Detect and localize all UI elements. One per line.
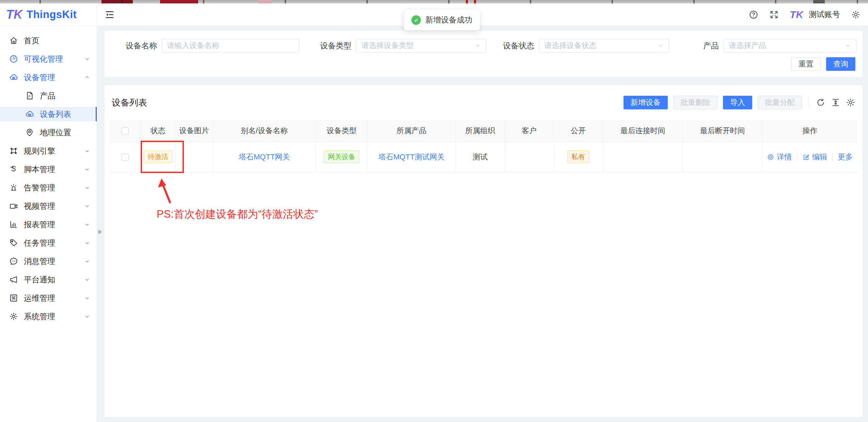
- column-height-icon: [831, 98, 840, 107]
- sidebar-item-message[interactable]: 消息管理: [0, 254, 97, 268]
- device-table: 状态 设备图片 别名/设备名称 设备类型 所属产品 所属组织 客户 公开 最后连…: [110, 120, 857, 172]
- action-divider: [832, 153, 833, 161]
- search-button[interactable]: 查询: [826, 57, 855, 71]
- cell-last-connect: [603, 142, 683, 172]
- chevron-down-icon: [84, 166, 91, 173]
- menu-fold-button[interactable]: [105, 10, 115, 20]
- annotation-arrow: [154, 177, 178, 206]
- filter-product: 产品 请选择产品: [703, 39, 856, 52]
- toolbar-divider: [809, 97, 809, 108]
- wallpaper-fragment: [813, 0, 825, 3]
- detail-link[interactable]: 详情: [767, 152, 792, 162]
- column-header-actions: 操作: [762, 120, 857, 142]
- column-height-button[interactable]: [831, 98, 840, 107]
- column-header-product: 所属产品: [367, 120, 455, 142]
- sidebar-item-label: 系统管理: [24, 311, 84, 322]
- batch-assign-button[interactable]: 批量分配: [758, 96, 802, 109]
- product-link[interactable]: 塔石MQTT测试网关: [378, 153, 444, 161]
- add-device-button[interactable]: 新增设备: [624, 96, 668, 109]
- detail-icon: [767, 153, 774, 161]
- dashboard-icon: [9, 54, 18, 63]
- chevron-down-icon: [84, 239, 91, 246]
- chevron-down-icon: [84, 258, 91, 265]
- avatar: TK: [790, 9, 805, 21]
- toast-message: 新增设备成功: [425, 15, 472, 25]
- device-status-select[interactable]: 请选择设备状态: [539, 39, 669, 52]
- sidebar-item-platform-notice[interactable]: 平台通知: [0, 272, 97, 287]
- help-button[interactable]: [749, 10, 758, 19]
- column-header-status: 状态: [141, 120, 175, 142]
- row-actions: 详情 编辑 更多: [762, 152, 857, 162]
- location-pin-icon: [25, 128, 34, 137]
- annotation-rect: [141, 141, 184, 173]
- sidebar-item-task[interactable]: 任务管理: [0, 236, 97, 250]
- message-bubble-icon: [9, 257, 18, 266]
- sidebar-item-product[interactable]: P 产品: [0, 89, 97, 103]
- device-name-input[interactable]: [162, 39, 299, 52]
- sidebar-item-ops[interactable]: ⌘ 运维管理: [0, 291, 97, 305]
- column-header-public: 公开: [554, 120, 603, 142]
- sidebar-item-video[interactable]: 视频管理: [0, 199, 97, 213]
- device-name-label: 设备名称: [126, 41, 157, 51]
- column-header-name: 别名/设备名称: [213, 120, 316, 142]
- svg-text:P: P: [28, 94, 31, 98]
- device-cloud-icon: [25, 110, 34, 119]
- sidebar-item-system[interactable]: 系统管理: [0, 309, 97, 324]
- sidebar-item-geolocation[interactable]: 地理位置: [0, 125, 97, 140]
- filter-device-name: 设备名称: [126, 39, 299, 52]
- visibility-badge: 私有: [567, 151, 589, 163]
- device-status-label: 设备状态: [503, 41, 534, 51]
- table-toolbar: 新增设备 批量删除 导入 批量分配: [624, 96, 855, 109]
- select-all-checkbox[interactable]: [122, 127, 129, 135]
- sidebar-item-label: 可视化管理: [24, 54, 84, 64]
- edit-link[interactable]: 编辑: [802, 152, 827, 162]
- wallpaper-fragment: [466, 0, 468, 3]
- refresh-button[interactable]: [816, 98, 825, 107]
- sidebar-menu: 首页 可视化管理 设备管理 P 产品 设备列表 地理位置 规则引擎: [0, 26, 97, 324]
- table-header-row: 状态 设备图片 别名/设备名称 设备类型 所属产品 所属组织 客户 公开 最后连…: [110, 120, 857, 142]
- chevron-down-icon: [84, 147, 91, 154]
- import-button[interactable]: 导入: [723, 96, 752, 109]
- column-header-last-disconnect: 最后断开时间: [683, 120, 762, 142]
- sidebar-item-home[interactable]: 首页: [0, 33, 97, 48]
- sidebar-item-rule-engine[interactable]: 规则引擎: [0, 144, 97, 158]
- device-type-label: 设备类型: [320, 41, 351, 51]
- sidebar-expand-handle[interactable]: [98, 230, 105, 234]
- column-header-last-connect: 最后连接时间: [603, 120, 683, 142]
- batch-delete-button[interactable]: 批量删除: [673, 96, 717, 109]
- table-settings-button[interactable]: [846, 98, 855, 107]
- svg-text:⌘: ⌘: [11, 295, 16, 301]
- filter-device-type: 设备类型 请选择设备类型: [320, 39, 486, 52]
- brand-logo[interactable]: TK ThingsKit: [0, 3, 97, 26]
- sidebar-item-visualization[interactable]: 可视化管理: [0, 52, 97, 66]
- chevron-down-icon: [84, 184, 91, 191]
- product-select[interactable]: 请选择产品: [724, 39, 856, 52]
- sidebar-item-label: 设备列表: [40, 109, 90, 120]
- chevron-down-icon: [84, 313, 91, 320]
- sidebar-item-report[interactable]: 报表管理: [0, 217, 97, 232]
- fullscreen-button[interactable]: [769, 10, 779, 19]
- sidebar-item-device-management[interactable]: 设备管理: [0, 70, 97, 84]
- column-header-organization: 所属组织: [455, 120, 505, 142]
- device-type-select[interactable]: 请选择设备类型: [356, 39, 486, 52]
- sidebar-item-label: 首页: [24, 35, 91, 46]
- sidebar: TK ThingsKit 首页 可视化管理 设备管理 P 产品 设备列表: [0, 3, 97, 422]
- chevron-down-icon: [657, 42, 664, 49]
- sidebar-item-device-list[interactable]: 设备列表: [0, 107, 97, 121]
- cell-customer: [505, 142, 553, 172]
- sidebar-item-script[interactable]: 脚本管理: [0, 162, 97, 176]
- ops-command-icon: ⌘: [9, 294, 18, 302]
- sidebar-item-label: 消息管理: [24, 256, 84, 267]
- sidebar-item-alarm[interactable]: 告警管理: [0, 181, 97, 195]
- row-checkbox[interactable]: [122, 154, 129, 161]
- fullscreen-icon: [769, 10, 779, 19]
- device-name-link[interactable]: 塔石MQTT网关: [239, 153, 290, 161]
- svg-text:TK: TK: [6, 7, 23, 21]
- menu-fold-icon: [105, 10, 115, 20]
- task-tag-icon: [9, 238, 18, 247]
- more-link[interactable]: 更多: [838, 152, 853, 162]
- more-label: 更多: [838, 152, 853, 162]
- user-menu[interactable]: TK 测试账号: [790, 9, 840, 21]
- reset-button[interactable]: 重置: [791, 57, 821, 71]
- settings-button[interactable]: [851, 10, 861, 19]
